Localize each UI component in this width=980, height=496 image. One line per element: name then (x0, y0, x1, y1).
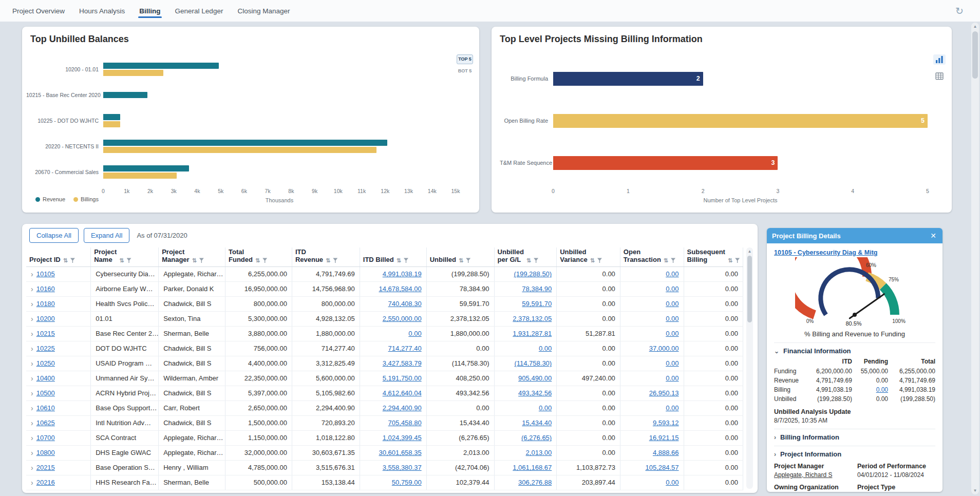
open_txn-link[interactable]: 0.00 (666, 300, 679, 308)
billed-link[interactable]: 3,427,583.79 (383, 359, 422, 367)
table-row[interactable]: ›10500ACRN Hybrid Proj…Chadwick, Bill S5… (26, 386, 743, 400)
open_txn-link[interactable]: 0.00 (666, 479, 679, 486)
table-row[interactable]: ›1020001.01Sexton, Tina5,300,000.004,928… (26, 311, 743, 326)
billings-bar[interactable] (103, 121, 120, 127)
expand-row-icon[interactable]: › (31, 285, 33, 293)
expand-row-icon[interactable]: › (31, 464, 33, 471)
open_txn-link[interactable]: 0.00 (666, 404, 679, 412)
billed-link[interactable]: 705,458.80 (388, 419, 422, 427)
table-scroll-up-icon[interactable]: ▲ (746, 249, 753, 254)
filter-icon[interactable] (735, 258, 740, 263)
selected-project-link[interactable]: 10105 - Cybersecurity Diag & Mitg (774, 249, 877, 256)
unbilled_gl-link[interactable]: (199,288.50) (514, 270, 552, 278)
tab-hours-analysis[interactable]: Hours Analysis (72, 0, 132, 22)
expand-row-icon[interactable]: › (31, 315, 33, 322)
revenue-bar[interactable] (103, 63, 219, 69)
legend-item-revenue[interactable]: Revenue (35, 196, 65, 202)
billed-link[interactable]: 30,601,658.35 (379, 449, 422, 456)
open_txn-link[interactable]: 0.00 (666, 330, 679, 337)
table-row[interactable]: ›10180Health Svcs Polic…Chadwick, Bill S… (26, 296, 743, 311)
bot-5-toggle[interactable]: BOT 5 (457, 66, 473, 76)
tab-project-overview[interactable]: Project Overview (5, 0, 72, 22)
unbilled_gl-link[interactable]: 306,276.88 (518, 479, 552, 486)
expand-all-button[interactable]: Expand All (84, 228, 129, 243)
filter-icon[interactable] (671, 258, 675, 263)
column-header-id[interactable]: Project ID⇅ (26, 247, 91, 266)
open_txn-link[interactable]: 0.00 (666, 359, 679, 367)
sort-icon[interactable]: ⇅ (397, 258, 401, 263)
column-header-subsequent[interactable]: Subsequent Billing⇅ (684, 247, 743, 266)
open_txn-link[interactable]: 105,284.57 (645, 464, 679, 471)
t-m-rate-sequence-bar[interactable]: 3 (553, 156, 778, 170)
unbilled_gl-link[interactable]: 1,931,287.81 (513, 330, 552, 337)
sort-icon[interactable]: ⇅ (526, 258, 531, 263)
unbilled_gl-link[interactable]: 59,591.70 (522, 300, 552, 308)
billing-formula-bar[interactable]: 2 (553, 72, 703, 86)
table-row[interactable]: ›10160Airborne Early W…Parker, Donald K1… (26, 281, 743, 296)
sort-icon[interactable]: ⇅ (728, 258, 732, 263)
billed-link[interactable]: 740,408.30 (388, 300, 422, 308)
financial-information-section[interactable]: ⌄ Financial Information (774, 342, 935, 355)
column-header-name[interactable]: Project Name⇅ (91, 247, 159, 266)
filter-icon[interactable] (534, 258, 538, 263)
expand-row-icon[interactable]: › (31, 479, 33, 486)
billings-bar[interactable] (103, 173, 177, 179)
billed-link[interactable]: 2,294,400.90 (383, 404, 422, 412)
pending-billing-link[interactable]: 0.00 (876, 386, 888, 393)
scroll-up-icon[interactable]: ▲ (971, 24, 979, 29)
project-id-link[interactable]: 10200 (36, 315, 55, 322)
expand-row-icon[interactable]: › (31, 271, 33, 278)
project-id-link[interactable]: 10160 (36, 285, 55, 293)
open_txn-link[interactable]: 0.00 (666, 374, 679, 382)
sort-icon[interactable]: ⇅ (119, 258, 124, 263)
revenue-bar[interactable] (103, 114, 120, 120)
billings-bar[interactable] (103, 147, 376, 153)
table-view-icon[interactable] (933, 71, 946, 81)
unbilled_gl-link[interactable]: 905,490.00 (518, 374, 552, 382)
open_txn-link[interactable]: 16,921.15 (649, 434, 679, 442)
billed-link[interactable]: 1,024,399.45 (383, 434, 422, 442)
expand-row-icon[interactable]: › (31, 345, 33, 352)
sort-icon[interactable]: ⇅ (326, 258, 330, 263)
filter-icon[interactable] (70, 258, 75, 263)
sort-icon[interactable]: ⇅ (63, 258, 68, 263)
table-scrollbar-thumb[interactable] (747, 256, 752, 322)
billed-link[interactable]: 0.00 (408, 330, 421, 337)
scroll-down-icon[interactable]: ▼ (971, 488, 979, 493)
unbilled_gl-link[interactable]: (6,276.65) (521, 434, 552, 442)
project-id-link[interactable]: 20215 (36, 464, 55, 471)
table-row[interactable]: ›10610Base Ops Support…Carr, Robert2,650… (26, 400, 743, 415)
sort-icon[interactable]: ⇅ (459, 258, 463, 263)
project-id-link[interactable]: 10625 (36, 419, 55, 427)
project-id-link[interactable]: 10180 (36, 300, 55, 308)
open_txn-link[interactable]: 0.00 (666, 285, 679, 293)
table-row[interactable]: ›10105Cybersecurity Dia…Applegate, Richa… (26, 266, 743, 281)
billings-bar[interactable] (103, 70, 163, 76)
unbilled_gl-link[interactable]: 0.00 (539, 404, 552, 412)
open_txn-link[interactable]: 37,000.00 (649, 345, 679, 352)
filter-icon[interactable] (597, 258, 602, 263)
unbilled_gl-link[interactable]: 0.00 (539, 345, 552, 352)
column-header-variance[interactable]: Unbilled Variance⇅ (557, 247, 620, 266)
sort-icon[interactable]: ⇅ (590, 258, 595, 263)
unbilled_gl-link[interactable]: 493,342.56 (518, 389, 552, 397)
billed-link[interactable]: 2,550,000.00 (383, 315, 422, 322)
column-header-revenue[interactable]: ITD Revenue⇅ (292, 247, 360, 266)
table-row[interactable]: ›20215Base Operation S…Henry , William4,… (26, 460, 743, 475)
tab-closing-manager[interactable]: Closing Manager (230, 0, 297, 22)
project-id-link[interactable]: 10700 (36, 434, 55, 442)
chart-view-icon[interactable] (933, 54, 946, 65)
expand-row-icon[interactable]: › (31, 360, 33, 367)
expand-row-icon[interactable]: › (31, 419, 33, 427)
billed-link[interactable]: 4,991,038.19 (383, 270, 422, 278)
expand-row-icon[interactable]: › (31, 330, 33, 337)
billing-information-section[interactable]: › Billing Information (774, 429, 935, 441)
project-information-section[interactable]: › Project Information (774, 446, 935, 458)
open_txn-link[interactable]: 0.00 (666, 315, 679, 322)
unbilled_gl-link[interactable]: 15,434.40 (522, 419, 552, 427)
filter-icon[interactable] (333, 258, 337, 263)
revenue-bar[interactable] (103, 165, 189, 171)
column-header-unbilled-gl[interactable]: Unbilled per G/L⇅ (494, 247, 557, 266)
project-id-link[interactable]: 10225 (36, 345, 55, 352)
page-scrollbar[interactable]: ▲ ▼ (971, 23, 979, 494)
